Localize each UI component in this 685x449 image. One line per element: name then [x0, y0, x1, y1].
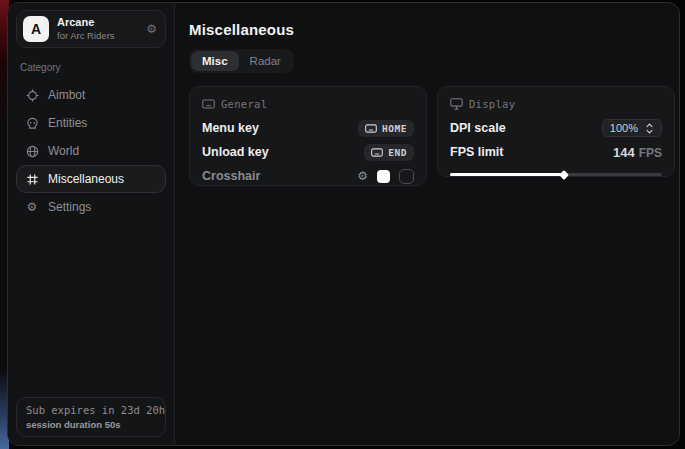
- main-panel: Miscellaneous Misc Radar General: [175, 3, 680, 445]
- sidebar-item-miscellaneous[interactable]: Miscellaneous: [16, 165, 166, 193]
- sidebar-item-settings[interactable]: ⚙ Settings: [16, 193, 166, 221]
- unload-key-label: Unload key: [202, 145, 269, 159]
- monitor-icon: [450, 98, 463, 110]
- gear-icon: ⚙: [25, 200, 39, 214]
- sub-expires-text: Sub expires in 23d 20h: [26, 404, 156, 416]
- brand-card: A Arcane for Arc Riders ⚙: [16, 10, 166, 48]
- sidebar-item-label: Miscellaneous: [48, 172, 124, 186]
- crosshair-row: Crosshair ⚙: [202, 164, 414, 188]
- fps-slider-fill: [450, 173, 564, 176]
- skull-icon: [25, 117, 39, 130]
- general-card-title: General: [221, 98, 267, 110]
- fps-limit-value: 144 FPS: [613, 145, 662, 160]
- tab-misc[interactable]: Misc: [191, 51, 239, 71]
- crosshair-checkbox[interactable]: [399, 169, 414, 184]
- gear-icon[interactable]: ⚙: [146, 22, 157, 36]
- chevron-up-down-icon: [645, 123, 654, 134]
- session-duration-text: session duration 50s: [26, 419, 156, 430]
- brand-subtitle: for Arc Riders: [57, 30, 138, 42]
- sidebar-item-world[interactable]: World: [16, 137, 166, 165]
- menu-key-label: Menu key: [202, 121, 259, 135]
- keyboard-icon: [371, 148, 383, 157]
- sidebar-item-label: World: [48, 144, 79, 158]
- crosshair-settings-gear-icon[interactable]: ⚙: [357, 170, 368, 182]
- crosshair-label: Crosshair: [202, 169, 260, 183]
- keyboard-icon: [202, 99, 215, 109]
- app-window: A Arcane for Arc Riders ⚙ Category Aimbo…: [7, 2, 680, 446]
- screen: A Arcane for Arc Riders ⚙ Category Aimbo…: [0, 0, 685, 449]
- fps-slider-thumb[interactable]: [560, 170, 570, 180]
- unload-keybind-button[interactable]: END: [364, 144, 414, 161]
- display-card-title: Display: [469, 98, 515, 110]
- dpi-scale-value: 100%: [610, 122, 638, 134]
- sidebar-item-entities[interactable]: Entities: [16, 109, 166, 137]
- sidebar-item-label: Entities: [48, 116, 87, 130]
- globe-icon: [25, 145, 39, 158]
- fps-limit-label: FPS limit: [450, 145, 503, 159]
- general-card: General Menu key HOME: [189, 86, 427, 186]
- tab-bar: Misc Radar: [189, 49, 294, 73]
- crosshair-color-swatch[interactable]: [377, 170, 390, 183]
- unload-key-row: Unload key END: [202, 140, 414, 164]
- fps-limit-slider[interactable]: [450, 167, 662, 181]
- sidebar: A Arcane for Arc Riders ⚙ Category Aimbo…: [8, 3, 175, 445]
- dpi-scale-label: DPI scale: [450, 121, 506, 135]
- crosshair-icon: [25, 89, 39, 102]
- sidebar-item-aimbot[interactable]: Aimbot: [16, 81, 166, 109]
- grid-icon: [25, 173, 39, 186]
- category-label: Category: [20, 62, 162, 73]
- display-card: Display DPI scale 100%: [437, 86, 675, 177]
- subscription-card: Sub expires in 23d 20h session duration …: [16, 397, 166, 437]
- menu-keybind-button[interactable]: HOME: [358, 120, 414, 137]
- dpi-scale-row: DPI scale 100%: [450, 116, 662, 140]
- keyboard-icon: [365, 124, 377, 133]
- sidebar-item-label: Settings: [48, 200, 91, 214]
- tab-radar[interactable]: Radar: [239, 51, 292, 71]
- menu-key-row: Menu key HOME: [202, 116, 414, 140]
- brand-name: Arcane: [57, 16, 138, 30]
- app-logo: A: [23, 16, 49, 42]
- fps-limit-row: FPS limit 144 FPS: [450, 140, 662, 164]
- sidebar-nav: Aimbot Entities: [16, 81, 166, 221]
- sidebar-item-label: Aimbot: [48, 88, 85, 102]
- page-title: Miscellaneous: [189, 21, 675, 38]
- dpi-scale-select[interactable]: 100%: [602, 119, 662, 137]
